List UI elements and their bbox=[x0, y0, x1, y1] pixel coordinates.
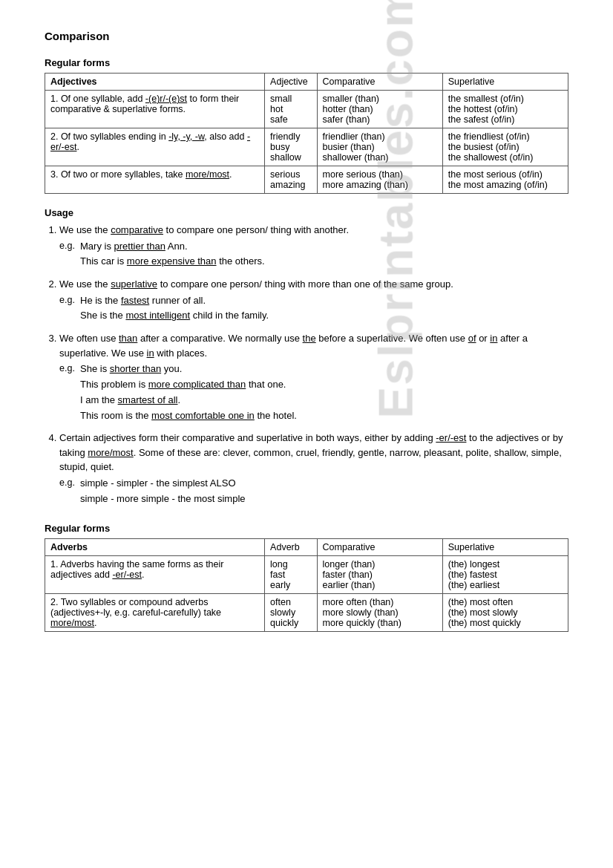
usage-2-eg-2: She is the most intelligent child in the… bbox=[80, 308, 269, 324]
table1-header-comp: Comparative bbox=[317, 74, 442, 91]
usage-3-eg-lines: She is shorter than you. This problem is… bbox=[80, 362, 297, 423]
rule-1-words: smallhotsafe bbox=[265, 91, 318, 128]
rule-1-text: 1. Of one syllable, add -(e)r/-(e)st to … bbox=[45, 91, 265, 128]
rule-3-text: 3. Of two or more syllables, take more/m… bbox=[45, 166, 265, 194]
rule-1-comparative: smaller (than)hotter (than)safer (than) bbox=[317, 91, 442, 128]
adjectives-table: Adjectives Adjective Comparative Superla… bbox=[45, 73, 568, 194]
in-underline: in bbox=[490, 333, 497, 344]
usage-3-eg-3: I am the smartest of all. bbox=[80, 393, 297, 408]
adv-rule1-underline: -er/-est bbox=[112, 570, 142, 580]
than-underline: than bbox=[119, 333, 137, 344]
rule2-underline2: -er/-est bbox=[50, 131, 250, 152]
eg-label-1: e.g. bbox=[59, 239, 80, 270]
table2-header-word: Adverb bbox=[265, 539, 318, 556]
table2-header-super: Superlative bbox=[442, 539, 568, 556]
usage-3-eg-1: She is shorter than you. bbox=[80, 362, 297, 377]
adv-rule-1-text: 1. Adverbs having the same forms as thei… bbox=[45, 556, 265, 594]
more-most-underline: more/most bbox=[88, 447, 133, 458]
table1-header-adj: Adjectives bbox=[45, 74, 265, 91]
rule-2-comparative: friendlier (than)busier (than)shallower … bbox=[317, 128, 442, 166]
er-est-underline: -er/-est bbox=[436, 432, 466, 443]
adv-rule-1-superlative: (the) longest(the) fastest(the) earliest bbox=[442, 556, 568, 594]
rule-3-words: seriousamazing bbox=[265, 166, 318, 194]
usage-3-examples: e.g. She is shorter than you. This probl… bbox=[59, 362, 568, 423]
regular-forms-heading-2: Regular forms bbox=[45, 523, 568, 534]
rule-1-superlative: the smallest (of/in)the hottest (of/in)t… bbox=[442, 91, 568, 128]
rule1-underline: -(e)r/-(e)st bbox=[145, 94, 187, 104]
table2-header-adv: Adverbs bbox=[45, 539, 265, 556]
usage-item-2: We use the superlative to compare one pe… bbox=[59, 277, 568, 324]
rule2-underline1: -ly, -y, -w bbox=[168, 131, 204, 142]
adv-rule-1-comparative: longer (than)faster (than)earlier (than) bbox=[317, 556, 442, 594]
table-row: 3. Of two or more syllables, take more/m… bbox=[45, 166, 568, 194]
usage-1-eg-lines: Mary is prettier than Ann. This car is m… bbox=[80, 239, 265, 270]
usage-4-eg-lines: simple - simpler - the simplest ALSO sim… bbox=[80, 476, 246, 507]
usage-item-1: We use the comparative to compare one pe… bbox=[59, 223, 568, 270]
table-row: 1. Of one syllable, add -(e)r/-(e)st to … bbox=[45, 91, 568, 128]
in2-underline: in bbox=[147, 347, 154, 359]
usage-list: We use the comparative to compare one pe… bbox=[45, 223, 568, 506]
table-row: 2. Two syllables or compound adverbs (ad… bbox=[45, 594, 568, 632]
rule-2-words: friendlybusyshallow bbox=[265, 128, 318, 166]
table-row: 2. Of two syllables ending in -ly, -y, -… bbox=[45, 128, 568, 166]
table2-header-comp: Comparative bbox=[317, 539, 442, 556]
usage-heading: Usage bbox=[45, 207, 568, 218]
adv-rule2-underline: more/most bbox=[50, 618, 94, 628]
eg-label-4: e.g. bbox=[59, 476, 80, 507]
eg-label-2: e.g. bbox=[59, 293, 80, 324]
table1-header-word: Adjective bbox=[265, 74, 318, 91]
rule3-underline: more/most bbox=[186, 169, 229, 180]
adv-rule-2-words: oftenslowlyquickly bbox=[265, 594, 318, 632]
rule-3-comparative: more serious (than)more amazing (than) bbox=[317, 166, 442, 194]
comparative-underline: comparative bbox=[111, 224, 163, 235]
rule-3-superlative: the most serious (of/in)the most amazing… bbox=[442, 166, 568, 194]
usage-1-eg-1: Mary is prettier than Ann. bbox=[80, 239, 265, 255]
adverbs-table: Adverbs Adverb Comparative Superlative 1… bbox=[45, 538, 568, 632]
usage-item-3: We often use than after a comparative. W… bbox=[59, 331, 568, 423]
usage-1-eg-2: This car is more expensive than the othe… bbox=[80, 254, 265, 270]
usage-1-examples: e.g. Mary is prettier than Ann. This car… bbox=[59, 239, 568, 270]
of-underline: of bbox=[468, 333, 476, 344]
adv-rule-2-comparative: more often (than)more slowly (than)more … bbox=[317, 594, 442, 632]
table-row: 1. Adverbs having the same forms as thei… bbox=[45, 556, 568, 594]
the-underline: the bbox=[303, 333, 316, 344]
usage-3-eg-4: This room is the most comfortable one in… bbox=[80, 408, 297, 424]
table1-header-super: Superlative bbox=[442, 74, 568, 91]
regular-forms-heading-1: Regular forms bbox=[45, 57, 568, 68]
usage-2-eg-1: He is the fastest runner of all. bbox=[80, 293, 269, 309]
usage-item-4: Certain adjectives form their comparativ… bbox=[59, 431, 568, 506]
adv-rule-1-words: longfastearly bbox=[265, 556, 318, 594]
usage-4-examples: e.g. simple - simpler - the simplest ALS… bbox=[59, 476, 568, 507]
eg-label-3: e.g. bbox=[59, 362, 80, 423]
usage-3-eg-2: This problem is more complicated than th… bbox=[80, 377, 297, 393]
adv-rule-2-text: 2. Two syllables or compound adverbs (ad… bbox=[45, 594, 265, 632]
usage-4-eg-2: simple - more simple - the most simple bbox=[80, 492, 246, 507]
page-title: Comparison bbox=[45, 30, 568, 42]
adv-rule-2-superlative: (the) most often(the) most slowly(the) m… bbox=[442, 594, 568, 632]
usage-4-eg-1: simple - simpler - the simplest ALSO bbox=[80, 476, 246, 492]
usage-section: Usage We use the comparative to compare … bbox=[45, 207, 568, 506]
rule-2-text: 2. Of two syllables ending in -ly, -y, -… bbox=[45, 128, 265, 166]
usage-2-eg-lines: He is the fastest runner of all. She is … bbox=[80, 293, 269, 324]
superlative-underline: superlative bbox=[111, 278, 157, 290]
usage-2-examples: e.g. He is the fastest runner of all. Sh… bbox=[59, 293, 568, 324]
rule-2-superlative: the friendliest (of/in)the busiest (of/i… bbox=[442, 128, 568, 166]
